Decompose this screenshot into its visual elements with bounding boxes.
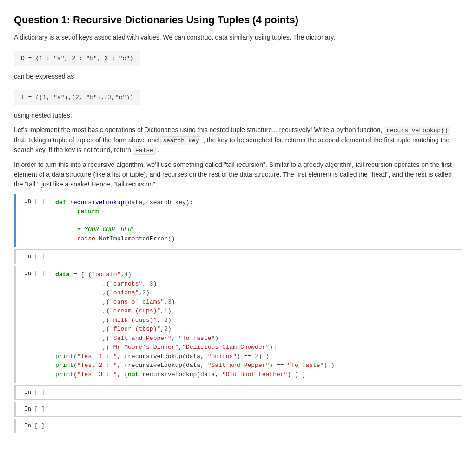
notebook-cell-3[interactable]: In [ ]: data = [ ("potato",4) ,("carrots… xyxy=(14,266,462,383)
desc3: using nested tuples. xyxy=(14,111,462,120)
desc4-key: search_key xyxy=(160,136,201,145)
recursive3: recursiveLookup(data, xyxy=(142,371,222,378)
tuple4-close: ) xyxy=(172,299,175,306)
print1-open: ( xyxy=(73,353,77,360)
num4: 4 xyxy=(124,271,128,278)
notebook-cell-6[interactable]: In [ ]: xyxy=(14,419,462,433)
str-cream: "cream (cups)" xyxy=(110,307,160,314)
eq-sign: = [ xyxy=(70,271,88,278)
cell5-label: In [ ]: xyxy=(16,402,51,416)
print-kw3: print xyxy=(55,371,73,378)
comma2: ,( xyxy=(102,280,110,287)
print3-open: ( xyxy=(73,371,77,378)
str-onions2: "onions" xyxy=(208,353,237,360)
cell3-label: In [ ]: xyxy=(16,266,51,383)
num2a: 2 xyxy=(142,289,146,296)
cell6-content[interactable] xyxy=(51,419,462,433)
str-salt: "Salt and Pepper" xyxy=(110,335,172,342)
desc4-func: recursiveLookup() xyxy=(384,126,450,135)
str-cans: "cans o' clams" xyxy=(110,299,164,306)
code-example-1: D = {1 : "a", 2 : "b", 3 : "c"} xyxy=(14,51,140,66)
comma7: , xyxy=(164,299,168,306)
comma10: ,( xyxy=(102,317,110,324)
code-block-2: T = ((1, "a"),(2, "b"),(3,"c")) xyxy=(14,86,462,111)
func-name: recursiveLookup xyxy=(70,199,124,206)
print1-close: ) ) xyxy=(258,353,269,360)
comma15: , xyxy=(172,335,179,342)
str-totaste: "To Taste" xyxy=(178,335,215,342)
num2d: 2 xyxy=(255,353,258,360)
print3-close: ) ) ) xyxy=(287,371,305,378)
comma3: , xyxy=(142,280,150,287)
str-test3: "Test 3 : " xyxy=(77,371,117,378)
desc4-part2: that, taking a tuple of tuples of the fo… xyxy=(14,136,160,144)
tuple8-close: ) xyxy=(215,335,218,342)
page-title: Question 1: Recursive Dictionaries Using… xyxy=(14,14,462,26)
str-milk: "milk (cups)" xyxy=(110,317,157,324)
comma13: , xyxy=(160,326,164,332)
code-example-2: T = ((1, "a"),(2, "b"),(3,"c")) xyxy=(14,90,140,105)
cell1-label: In [ ]: xyxy=(16,194,51,247)
cell2-label: In [ ]: xyxy=(16,250,51,264)
func-args: (data, search_key): xyxy=(124,199,193,206)
raise-keyword: raise xyxy=(77,235,99,242)
print-kw2: print xyxy=(55,362,73,369)
str-totaste2: "To Taste" xyxy=(287,362,324,369)
print2-open: ( xyxy=(73,362,77,369)
tuple1-close: ) xyxy=(128,271,132,278)
comma20: , ( xyxy=(117,371,128,378)
eq1: ) == xyxy=(237,353,255,360)
str-salt2: "Salt and Pepper" xyxy=(208,362,270,369)
comma8: ,( xyxy=(102,307,110,314)
comma16: ,( xyxy=(102,344,110,351)
print-kw1: print xyxy=(55,353,73,360)
str-chowder: "Delicious Clam Chowder" xyxy=(182,344,269,351)
num3b: 3 xyxy=(168,299,172,306)
str-test2: "Test 2 : " xyxy=(77,362,117,369)
desc5: In order to turn this into a recursive a… xyxy=(14,160,462,189)
desc2: can be expressed as xyxy=(14,72,462,81)
str-flour: "flour (tbsp)" xyxy=(110,326,160,332)
tuple5-close: ) xyxy=(168,307,172,314)
comma11: , xyxy=(157,317,164,324)
str-onions: "onions" xyxy=(110,289,139,296)
desc4-part1: Let's implement the most basic operation… xyxy=(14,126,384,133)
cell5-content[interactable] xyxy=(51,402,462,416)
print2-close: ) ) xyxy=(324,362,334,369)
def-keyword: def xyxy=(55,199,70,206)
tuple3-close: ) xyxy=(146,289,150,296)
eq2: ) == xyxy=(269,362,287,369)
notebook-cell-5[interactable]: In [ ]: xyxy=(14,402,462,417)
cell2-content[interactable] xyxy=(51,250,462,264)
comma9: , xyxy=(160,307,164,314)
num3a: 3 xyxy=(150,280,153,287)
cell4-label: In [ ]: xyxy=(16,386,51,399)
tuple2-close: ) xyxy=(153,280,157,287)
notebook-cell-4[interactable]: In [ ]: xyxy=(14,385,462,400)
notebook-cell-2[interactable]: In [ ]: xyxy=(14,249,462,264)
tuple1-open: ( xyxy=(88,271,92,278)
return-keyword: return xyxy=(77,208,99,215)
cell3-content[interactable]: data = [ ("potato",4) ,("carrots", 3) ,(… xyxy=(51,266,462,383)
num2b: 2 xyxy=(164,317,168,324)
str-moore: "Mr Moore's Dinner" xyxy=(110,344,178,351)
comma17: , xyxy=(178,344,182,351)
comment-line: # YOUR CODE HERE xyxy=(77,226,135,233)
tuple7-close: ) xyxy=(168,326,172,332)
desc4-end: . xyxy=(156,146,159,153)
str-carrots: "carrots" xyxy=(110,280,142,287)
tuple9-close: )] xyxy=(269,344,277,351)
comma6: ,( xyxy=(102,299,110,306)
str-test1: "Test 1 : " xyxy=(77,353,117,360)
desc4-false: False xyxy=(133,146,156,155)
comma12: ,( xyxy=(102,326,110,332)
not-implemented-error: NotImplementedError() xyxy=(99,235,175,242)
tuple6-close: ) xyxy=(168,317,172,324)
code-block-1: D = {1 : "a", 2 : "b", 3 : "c"} xyxy=(14,47,462,72)
desc1: A dictionary is a set of keys associated… xyxy=(14,33,462,42)
data-var: data xyxy=(55,271,70,278)
notebook-cell-1[interactable]: In [ ]: def recursiveLookup(data, search… xyxy=(14,194,462,248)
cell4-content[interactable] xyxy=(51,386,462,399)
comma19: , (recursiveLookup(data, xyxy=(117,362,208,369)
cell1-content[interactable]: def recursiveLookup(data, search_key): r… xyxy=(51,194,462,247)
